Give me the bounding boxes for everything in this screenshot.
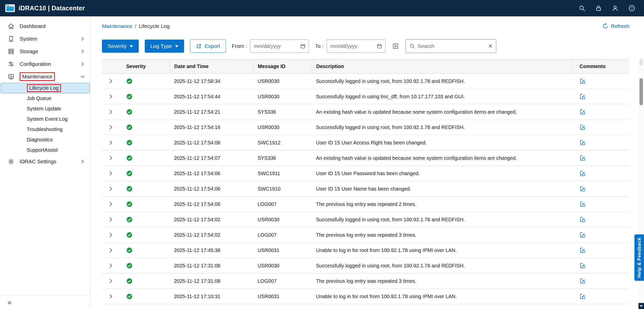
sidebar-item-supportassist[interactable]: SupportAssist [0, 145, 90, 155]
description-cell: The previous log entry was repeated 2 ti… [312, 201, 572, 207]
message-id-cell: LOG007 [254, 232, 312, 238]
user-icon[interactable] [611, 5, 619, 12]
comment-edit-button[interactable] [572, 186, 629, 192]
message-id-cell: SYS336 [254, 155, 312, 161]
to-date-input[interactable]: mm/dd/yyyy [327, 40, 385, 53]
row-expand-button[interactable] [102, 124, 120, 130]
search-input[interactable] [418, 43, 486, 49]
sidebar-item-system-event-log[interactable]: System Event Log [0, 114, 90, 124]
row-expand-button[interactable] [102, 155, 120, 161]
edit-comment-icon [579, 201, 586, 207]
comment-edit-button[interactable] [572, 124, 629, 131]
edit-comment-icon [579, 124, 586, 131]
sidebar-item-label: System Event Log [27, 116, 67, 122]
row-expand-button[interactable] [102, 186, 120, 192]
sidebar-item-system-update[interactable]: System Update [0, 104, 90, 114]
comment-edit-button[interactable] [572, 216, 629, 223]
chevron-right-icon [108, 293, 114, 299]
top-bar: iDRAC10 | Datacenter ? [0, 0, 644, 16]
row-expand-button[interactable] [102, 109, 120, 115]
sidebar-item-storage[interactable]: Storage [0, 45, 90, 58]
log-toolbar: Severity Log Type Export From : mm/dd/yy… [102, 39, 629, 53]
datetime-cell: 2025-11-12 17:31:08 [170, 263, 254, 269]
severity-cell [120, 201, 170, 207]
row-expand-button[interactable] [102, 170, 120, 176]
sidebar-item-dashboard[interactable]: Dashboard [0, 20, 90, 33]
search-box: × [406, 39, 496, 53]
row-expand-button[interactable] [102, 263, 120, 269]
help-feedback-tab[interactable]: Help & Feedback [634, 234, 644, 281]
comment-edit-button[interactable] [572, 93, 629, 100]
sidebar-item-diagnostics[interactable]: Diagnostics [0, 135, 90, 145]
calendar-icon [377, 43, 382, 49]
comment-edit-button[interactable] [572, 155, 629, 161]
header-comments: Comments [572, 59, 629, 73]
comment-edit-button[interactable] [572, 262, 629, 269]
sidebar-item-lifecycle-log[interactable]: Lifecycle Log [1, 83, 90, 93]
sidebar-item-label: System [20, 36, 37, 42]
severity-ok-icon [126, 93, 133, 100]
message-id-cell: USR0030 [254, 263, 312, 269]
row-expand-button[interactable] [102, 217, 120, 223]
scrollbar-top-cap [639, 59, 643, 65]
sidebar-item-configuration[interactable]: Configuration [0, 58, 90, 70]
comment-edit-button[interactable] [572, 232, 629, 238]
sidebar-item-idrac-settings[interactable]: iDRAC Settings [0, 155, 90, 168]
row-expand-button[interactable] [102, 278, 120, 284]
severity-filter-button[interactable]: Severity [102, 40, 139, 53]
row-expand-button[interactable] [102, 247, 120, 253]
comment-edit-button[interactable] [572, 139, 629, 146]
clear-date-filter-button[interactable] [391, 42, 400, 50]
lock-icon[interactable] [595, 5, 602, 12]
edit-comment-icon [579, 109, 586, 115]
severity-cell [120, 262, 170, 269]
comment-edit-button[interactable] [572, 293, 629, 300]
table-row: 2025-11-12 17:54:02 LOG007 The previous … [102, 227, 629, 243]
comment-edit-button[interactable] [572, 170, 629, 177]
severity-ok-icon [126, 262, 133, 269]
row-expand-button[interactable] [102, 232, 120, 238]
sidebar-item-troubleshooting[interactable]: Troubleshooting [0, 124, 90, 135]
breadcrumb-parent[interactable]: Maintenance [102, 23, 132, 29]
comment-edit-button[interactable] [572, 278, 629, 284]
header-severity: Severity [120, 59, 170, 73]
sidebar-collapse-button[interactable]: « [8, 298, 12, 306]
log-type-filter-button[interactable]: Log Type [145, 40, 184, 53]
search-clear-icon[interactable]: × [488, 43, 492, 50]
sidebar-item-label: Configuration [20, 61, 51, 67]
scrollbar-thumb[interactable] [639, 78, 643, 105]
severity-ok-icon [126, 278, 133, 284]
description-cell: The previous log entry was repeated 3 ti… [312, 232, 572, 238]
sidebar-item-job-queue[interactable]: Job Queue [0, 93, 90, 104]
severity-ok-icon [126, 109, 133, 115]
row-expand-button[interactable] [102, 94, 120, 100]
search-icon[interactable] [578, 5, 586, 12]
help-icon[interactable]: ? [628, 5, 635, 12]
row-expand-button[interactable] [102, 78, 120, 84]
description-cell: An existing hash value is updated becaus… [312, 109, 572, 115]
log-type-filter-label: Log Type [150, 43, 172, 49]
comment-edit-button[interactable] [572, 109, 629, 115]
severity-ok-icon [126, 186, 133, 192]
row-expand-button[interactable] [102, 293, 120, 299]
row-expand-button[interactable] [102, 140, 120, 146]
description-cell: User ID 15 User Password has been change… [312, 171, 572, 176]
severity-ok-icon [126, 216, 133, 223]
sidebar-item-system[interactable]: System [0, 33, 90, 45]
sidebar-item-label: Troubleshooting [27, 127, 63, 132]
export-button[interactable]: Export [190, 40, 226, 53]
message-id-cell: LOG007 [254, 201, 312, 207]
edit-comment-icon [579, 216, 586, 223]
comment-edit-button[interactable] [572, 247, 629, 254]
edit-comment-icon [579, 78, 586, 84]
comment-edit-button[interactable] [572, 201, 629, 207]
sidebar-item-maintenance[interactable]: Maintenance [0, 70, 90, 83]
datetime-cell: 2025-11-12 17:54:44 [170, 94, 254, 100]
edit-comment-icon [579, 262, 586, 269]
refresh-button[interactable]: Refresh [602, 23, 629, 29]
maintenance-icon [8, 73, 15, 80]
from-date-input[interactable]: mm/dd/yyyy [250, 40, 309, 53]
row-expand-button[interactable] [102, 201, 120, 207]
comment-edit-button[interactable] [572, 78, 629, 84]
scrollbar-down-button[interactable] [638, 303, 644, 309]
